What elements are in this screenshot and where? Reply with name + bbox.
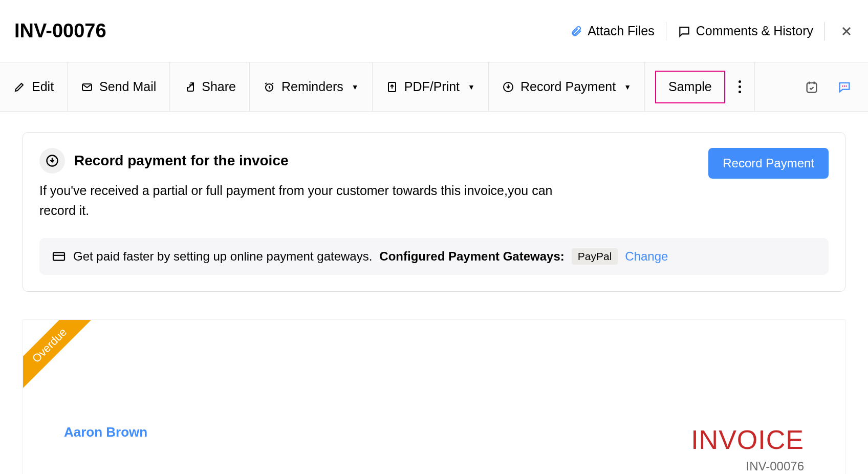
share-label: Share [202,79,236,94]
paperclip-icon [570,25,582,37]
gateway-configured-label: Configured Payment Gateways: [379,249,564,264]
card-icon [52,251,66,262]
content-scroll[interactable]: Record payment for the invoice If you've… [0,112,868,474]
send-mail-label: Send Mail [99,79,156,94]
header-actions: Attach Files Comments & History [570,22,854,40]
gateway-info-bar: Get paid faster by setting up online pay… [39,238,829,275]
chevron-down-icon: ▼ [624,83,631,91]
share-button[interactable]: Share [170,62,250,111]
invoice-doc-title: INVOICE [691,424,804,455]
invoice-preview: Overdue Aaron Brown INVOICE INV-00076 [23,319,845,475]
attach-files-label: Attach Files [588,24,655,38]
send-mail-button[interactable]: Send Mail [68,62,170,111]
clock-icon [263,81,275,93]
invoice-header-right: INVOICE INV-00076 [691,424,804,473]
sample-label: Sample [668,79,712,94]
gateway-chip: PayPal [572,248,618,265]
invoice-body: Aaron Brown INVOICE INV-00076 [64,424,804,473]
svg-point-7 [845,85,847,87]
reminders-label: Reminders [281,79,343,94]
chevron-down-icon: ▼ [352,83,359,91]
toolbar-right [788,80,868,94]
invoice-doc-number: INV-00076 [691,459,804,473]
svg-rect-4 [807,82,817,92]
toolbar: Edit Send Mail Share Reminders ▼ PDF/Pri… [0,62,868,112]
mail-icon [81,81,93,93]
download-circle-icon [39,148,65,174]
page-title: INV-00076 [14,20,106,42]
chevron-down-icon: ▼ [468,83,475,91]
pdf-print-button[interactable]: PDF/Print ▼ [373,62,489,111]
card-head: Record payment for the invoice If you've… [39,148,829,221]
chat-icon [678,25,691,38]
record-payment-button[interactable]: Record Payment [708,148,829,179]
edit-button[interactable]: Edit [0,62,68,111]
card-description: If you've received a partial or full pay… [39,181,582,221]
page-header: INV-00076 Attach Files Comments & Histor… [0,0,868,62]
edit-label: Edit [32,79,54,94]
close-icon[interactable] [839,24,854,38]
pencil-icon [13,81,26,93]
separator [666,22,666,40]
calendar-check-icon[interactable] [805,80,819,94]
comments-label: Comments & History [696,24,813,38]
chat-dots-icon[interactable] [837,80,852,94]
gateway-text: Get paid faster by setting up online pay… [73,249,372,264]
attach-files-action[interactable]: Attach Files [570,24,655,38]
record-payment-label: Record Payment [520,79,616,94]
invoice-customer[interactable]: Aaron Brown [64,424,147,440]
sample-button[interactable]: Sample [655,71,725,103]
more-options-button[interactable] [725,62,755,111]
pdf-icon [386,81,398,93]
overdue-ribbon: Overdue [23,319,97,393]
card-title: Record payment for the invoice [74,153,289,169]
gateway-change-link[interactable]: Change [625,249,668,264]
comments-history-action[interactable]: Comments & History [678,24,813,38]
separator [824,22,825,40]
reminders-button[interactable]: Reminders ▼ [250,62,373,111]
record-payment-card: Record payment for the invoice If you've… [23,132,845,292]
svg-point-6 [844,85,845,87]
card-head-left: Record payment for the invoice [39,148,582,174]
share-icon [183,81,196,93]
svg-point-5 [842,85,843,87]
download-circle-icon [502,81,514,93]
svg-rect-9 [53,252,64,260]
pdf-print-label: PDF/Print [404,79,460,94]
record-payment-dropdown[interactable]: Record Payment ▼ [489,62,645,111]
